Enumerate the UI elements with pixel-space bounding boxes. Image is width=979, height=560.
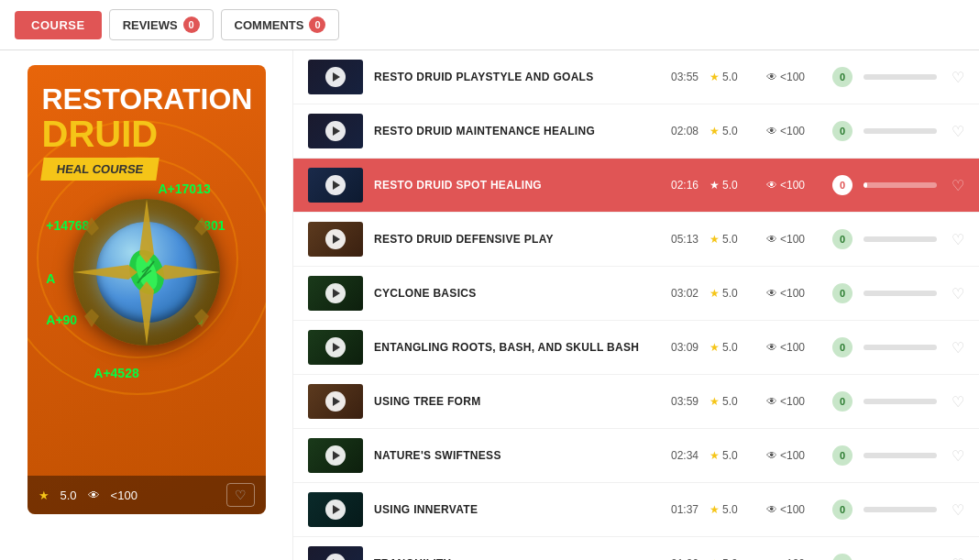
lesson-progress-bar: [864, 399, 937, 404]
lesson-duration: 03:02: [666, 287, 698, 300]
lesson-title: CYCLONE BASICS: [374, 287, 655, 300]
card-footer: ★ 5.0 👁 <100 ♡: [28, 476, 266, 514]
eye-icon: 👁: [766, 503, 777, 516]
lesson-title: ENTANGLING ROOTS, BASH, AND SKULL BASH: [374, 341, 655, 354]
lesson-row[interactable]: USING TREE FORM 03:59 ★ 5.0 👁 <100 0 ♡: [293, 375, 979, 429]
play-button-small[interactable]: [325, 391, 346, 412]
views-value: <100: [780, 233, 805, 246]
lesson-views: 👁 <100: [766, 71, 821, 83]
lesson-favorite-button[interactable]: ♡: [952, 447, 964, 465]
orb-decoration-icon: [64, 190, 229, 355]
views-value: <100: [780, 503, 805, 516]
star-icon: ★: [710, 71, 720, 83]
lesson-rating: ★ 5.0: [710, 233, 755, 246]
svg-marker-4: [84, 217, 99, 236]
lesson-views: 👁 <100: [766, 233, 821, 246]
lesson-row[interactable]: USING INNERVATE 01:37 ★ 5.0 👁 <100 0 ♡: [293, 483, 979, 537]
lesson-row[interactable]: NATURE'S SWIFTNESS 02:34 ★ 5.0 👁 <100 0 …: [293, 429, 979, 483]
lesson-row[interactable]: RESTO DRUID PLAYSTYLE AND GOALS 03:55 ★ …: [293, 50, 979, 104]
star-icon: ★: [710, 125, 720, 137]
star-icon: ★: [710, 287, 720, 300]
lesson-list: RESTO DRUID PLAYSTYLE AND GOALS 03:55 ★ …: [293, 50, 979, 560]
play-button-small[interactable]: [325, 337, 346, 357]
card-favorite-button[interactable]: ♡: [226, 483, 255, 507]
lesson-score-badge: 0: [832, 554, 852, 560]
lesson-favorite-button[interactable]: ♡: [952, 285, 964, 302]
views-value: <100: [780, 341, 805, 354]
lesson-row[interactable]: RESTO DRUID DEFENSIVE PLAY 05:13 ★ 5.0 👁…: [293, 213, 979, 267]
main-content: RESTORATION DRUID HEAL COURSE A+17013 +1…: [0, 50, 979, 560]
lesson-thumbnail: [308, 384, 363, 419]
course-tab-button[interactable]: COURSE: [15, 11, 102, 39]
svg-marker-6: [84, 309, 99, 327]
play-button-small[interactable]: [325, 175, 346, 195]
lesson-thumbnail: [308, 168, 363, 203]
reviews-tab-button[interactable]: REVIEWS 0: [109, 9, 214, 40]
lesson-duration: 02:16: [666, 179, 698, 192]
lesson-views: 👁 <100: [766, 125, 821, 137]
play-button-small[interactable]: [325, 283, 346, 303]
lesson-thumbnail: [308, 222, 363, 257]
star-icon: ★: [710, 233, 720, 246]
lesson-progress-fill: [864, 182, 867, 188]
eye-icon: 👁: [766, 233, 777, 246]
eye-icon: 👁: [766, 179, 777, 192]
lesson-views: 👁 <100: [766, 503, 821, 516]
lesson-favorite-button[interactable]: ♡: [952, 69, 964, 86]
rating-value: 5.0: [722, 503, 738, 516]
lesson-row[interactable]: RESTO DRUID SPOT HEALING 02:16 ★ 5.0 👁 <…: [293, 159, 979, 213]
play-triangle-icon: [333, 126, 340, 136]
lesson-score-badge: 0: [832, 121, 852, 141]
play-triangle-icon: [333, 451, 340, 460]
views-value: <100: [780, 179, 805, 192]
lesson-thumbnail: [308, 276, 363, 311]
orb-outer: [73, 199, 220, 346]
eye-icon: 👁: [766, 341, 777, 354]
play-button-small[interactable]: [325, 554, 346, 560]
comments-tab-button[interactable]: COMMENTS 0: [221, 9, 340, 40]
lesson-row[interactable]: RESTO DRUID MAINTENANCE HEALING 02:08 ★ …: [293, 104, 979, 159]
card-rating: 5.0: [60, 489, 77, 502]
play-button-small[interactable]: [325, 229, 346, 249]
play-button-small[interactable]: [325, 500, 346, 520]
star-icon: ★: [710, 179, 720, 192]
lesson-views: 👁 <100: [766, 179, 821, 192]
rating-value: 5.0: [722, 71, 738, 83]
lesson-score-badge: 0: [832, 500, 852, 520]
play-triangle-icon: [333, 397, 340, 406]
lesson-duration: 01:37: [666, 503, 698, 516]
lesson-progress-bar: [864, 507, 937, 512]
lesson-row[interactable]: ENTANGLING ROOTS, BASH, AND SKULL BASH 0…: [293, 321, 979, 375]
lesson-favorite-button[interactable]: ♡: [952, 555, 964, 561]
lesson-row[interactable]: CYCLONE BASICS 03:02 ★ 5.0 👁 <100 0 ♡: [293, 267, 979, 321]
views-value: <100: [780, 287, 805, 300]
lesson-favorite-button[interactable]: ♡: [952, 177, 964, 194]
lesson-favorite-button[interactable]: ♡: [952, 393, 964, 411]
orb-container: [73, 199, 220, 346]
comments-count-badge: 0: [309, 16, 325, 33]
play-button-small[interactable]: [325, 445, 346, 466]
rating-value: 5.0: [722, 449, 738, 462]
lesson-views: 👁 <100: [766, 395, 821, 408]
play-button-small[interactable]: [325, 67, 346, 87]
lesson-rating: ★ 5.0: [710, 125, 755, 137]
lesson-favorite-button[interactable]: ♡: [952, 123, 964, 140]
lesson-favorite-button[interactable]: ♡: [952, 339, 964, 357]
lesson-rating: ★ 5.0: [710, 503, 755, 516]
eye-icon: 👁: [766, 71, 777, 83]
lesson-progress-bar: [864, 236, 937, 242]
lesson-thumbnail: [308, 114, 363, 148]
lesson-duration: 03:09: [666, 341, 698, 354]
lesson-score-badge: 0: [832, 175, 852, 195]
lesson-progress-bar: [864, 291, 937, 296]
lesson-score-badge: 0: [832, 445, 852, 466]
lesson-title: RESTO DRUID MAINTENANCE HEALING: [374, 125, 655, 137]
lesson-rating: ★ 5.0: [710, 395, 755, 408]
lesson-favorite-button[interactable]: ♡: [952, 231, 964, 248]
lesson-favorite-button[interactable]: ♡: [952, 501, 964, 519]
play-button-small[interactable]: [325, 121, 346, 141]
lesson-thumbnail: [308, 492, 363, 527]
course-card: RESTORATION DRUID HEAL COURSE A+17013 +1…: [28, 65, 266, 514]
lesson-row[interactable]: TRANQUILITY 01:06 ★ 5.0 👁 <100 0 ♡: [293, 537, 979, 560]
lesson-views: 👁 <100: [766, 341, 821, 354]
